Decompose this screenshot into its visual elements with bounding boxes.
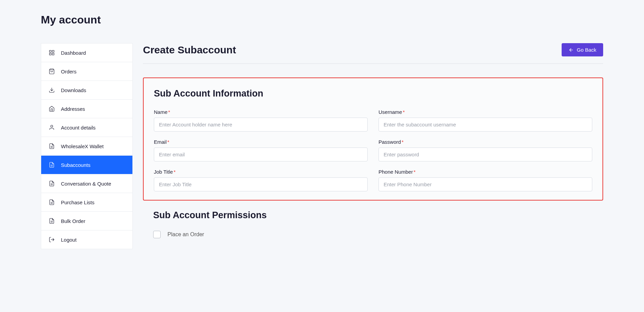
content-header: Create Subaccount Go Back [143,43,603,64]
permission-label: Place an Order [167,231,204,238]
username-label-text: Username [379,109,402,115]
name-label-text: Name [154,109,167,115]
main-layout: Dashboard Orders Downloads Addresses Acc… [41,43,603,249]
go-back-label: Go Back [577,47,596,53]
form-field-name: Name* [154,109,368,132]
svg-rect-1 [52,50,54,52]
sidebar-item-label: Downloads [61,87,86,93]
phone-number-label: Phone Number* [379,169,592,175]
svg-rect-2 [52,53,54,55]
form-field-phone-number: Phone Number* [379,169,592,191]
sidebar-item-wholesalex-wallet[interactable]: WholesaleX Wallet [41,137,132,156]
wallet-icon [49,143,55,149]
sidebar-item-label: Logout [61,237,77,243]
sidebar-item-label: Conversation & Quote [61,181,111,187]
permission-item-place-order: Place an Order [153,231,593,238]
sidebar-item-label: Purchase Lists [61,200,94,205]
place-order-checkbox[interactable] [153,231,161,238]
phone-number-input[interactable] [379,177,592,191]
required-asterisk: * [414,169,416,175]
form-field-email: Email* [154,139,368,161]
sidebar-item-dashboard[interactable]: Dashboard [41,44,132,62]
required-asterisk: * [167,139,170,145]
required-asterisk: * [168,109,170,115]
bulk-order-icon [49,218,55,224]
sidebar-item-subaccounts[interactable]: Subaccounts [41,156,132,174]
svg-rect-3 [49,53,51,55]
sidebar-item-orders[interactable]: Orders [41,62,132,81]
sidebar-item-conversation-quote[interactable]: Conversation & Quote [41,174,132,193]
name-label: Name* [154,109,368,115]
addresses-icon [49,106,55,112]
sidebar-item-bulk-order[interactable]: Bulk Order [41,212,132,230]
sidebar-item-label: Bulk Order [61,218,85,224]
required-asterisk: * [402,139,404,145]
form-field-password: Password* [379,139,592,161]
email-label-text: Email [154,139,167,145]
sidebar-item-label: Orders [61,69,77,74]
required-asterisk: * [174,169,176,175]
form-field-username: Username* [379,109,592,132]
password-label-text: Password [379,139,401,145]
dashboard-icon [49,50,55,56]
sidebar-item-label: Addresses [61,106,85,112]
sidebar-item-addresses[interactable]: Addresses [41,100,132,118]
conversation-icon [49,180,55,187]
job-title-label: Job Title* [154,169,368,175]
sidebar-item-label: Dashboard [61,50,86,56]
email-input[interactable] [154,148,368,161]
purchase-lists-icon [49,199,55,205]
sidebar-item-logout[interactable]: Logout [41,230,132,249]
job-title-label-text: Job Title [154,169,173,175]
arrow-left-icon [568,47,574,53]
sub-account-permissions-section: Sub Account Permissions Place an Order [143,210,603,238]
required-asterisk: * [403,109,405,115]
username-label: Username* [379,109,592,115]
account-details-icon [49,124,55,131]
logout-icon [49,237,55,243]
job-title-input[interactable] [154,177,368,191]
sidebar-item-label: WholesaleX Wallet [61,143,103,149]
svg-rect-0 [49,50,51,52]
sidebar-item-label: Account details [61,125,96,131]
form-grid: Name* Username* Email* [154,109,592,191]
orders-icon [49,68,55,74]
password-input[interactable] [379,148,592,161]
sub-account-info-section: Sub Account Information Name* Username* [143,77,603,201]
phone-number-label-text: Phone Number [379,169,413,175]
go-back-button[interactable]: Go Back [562,43,603,56]
username-input[interactable] [379,118,592,132]
downloads-icon [49,87,55,93]
content-title: Create Subaccount [143,44,236,56]
page-title: My account [41,14,603,26]
name-input[interactable] [154,118,368,132]
info-section-title: Sub Account Information [154,88,592,99]
email-label: Email* [154,139,368,145]
sidebar-nav: Dashboard Orders Downloads Addresses Acc… [41,43,133,249]
svg-point-6 [51,125,53,127]
sidebar-item-account-details[interactable]: Account details [41,118,132,137]
sidebar-item-label: Subaccounts [61,162,91,168]
sidebar-item-purchase-lists[interactable]: Purchase Lists [41,193,132,212]
form-field-job-title: Job Title* [154,169,368,191]
main-content: Create Subaccount Go Back Sub Account In… [143,43,603,249]
password-label: Password* [379,139,592,145]
subaccounts-icon [49,162,55,168]
permissions-section-title: Sub Account Permissions [153,210,593,221]
sidebar-item-downloads[interactable]: Downloads [41,81,132,100]
